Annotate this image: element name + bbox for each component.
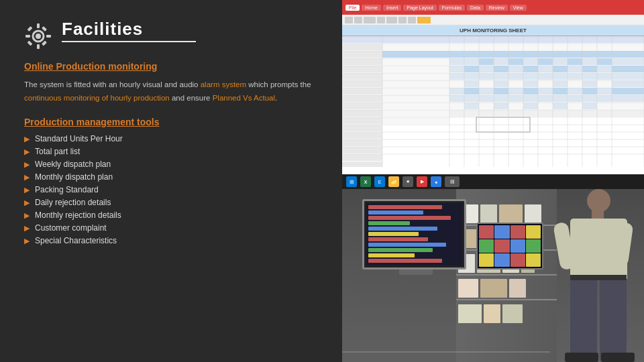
svg-rect-104 — [568, 103, 582, 109]
svg-rect-21 — [530, 36, 545, 43]
ribbon-tab-page[interactable]: Page Layout — [403, 5, 436, 11]
ribbon-tab-home[interactable]: Home — [362, 5, 381, 11]
svg-rect-96 — [449, 103, 464, 109]
ribbon-tab-formulas[interactable]: Formulas — [439, 5, 465, 11]
taskbar-icon[interactable]: ★ — [402, 176, 413, 187]
svg-rect-82 — [494, 88, 508, 95]
svg-rect-92 — [382, 95, 449, 102]
svg-rect-86 — [553, 88, 568, 95]
toolbar-btn[interactable] — [354, 17, 362, 23]
svg-rect-9 — [42, 40, 47, 46]
ribbon-tab-data[interactable]: Data — [467, 5, 484, 11]
page-title: Facilities — [62, 19, 196, 53]
desc-text-end: . — [275, 94, 277, 102]
person-silhouette — [550, 189, 644, 362]
person-head — [587, 189, 610, 213]
svg-point-1 — [36, 34, 41, 39]
right-panel: File Home Insert Page Layout Formulas Da… — [342, 0, 644, 362]
tool-label: Special Characteristics — [35, 236, 117, 245]
shelf-item — [480, 204, 497, 223]
monitor-stand-base — [399, 269, 433, 275]
svg-rect-51 — [494, 66, 508, 72]
svg-rect-105 — [582, 103, 597, 109]
page-header: Facilities — [24, 19, 318, 53]
second-monitor-bezel — [476, 223, 543, 269]
svg-rect-107 — [342, 110, 382, 117]
bar-chart-row — [368, 243, 446, 247]
svg-rect-8 — [28, 40, 33, 46]
svg-rect-100 — [508, 103, 523, 109]
list-item: ▶ Packing Standard — [24, 185, 318, 194]
tool-label: Weekly dispatch plan — [35, 160, 111, 169]
list-item: ▶ Monthly dispatch plan — [24, 172, 318, 182]
svg-rect-102 — [538, 103, 553, 109]
svg-rect-43 — [582, 58, 597, 65]
svg-rect-70 — [523, 80, 538, 87]
factory-photo — [342, 189, 644, 362]
bar-chart-row — [368, 253, 415, 257]
person-left-shoe — [565, 353, 598, 362]
toolbar-btn[interactable] — [398, 17, 407, 23]
svg-rect-30 — [342, 51, 382, 58]
tool-label: Monthly dispatch plan — [35, 172, 113, 182]
monitor-screen-content — [366, 203, 462, 265]
taskbar-icon[interactable]: ● — [431, 176, 441, 187]
highlight-planned: Planned Vs Actual — [213, 94, 275, 102]
toolbar-btn[interactable] — [345, 17, 353, 23]
spreadsheet-mockup: File Home Insert Page Layout Formulas Da… — [342, 0, 644, 174]
svg-rect-108 — [382, 110, 449, 117]
svg-rect-95 — [382, 103, 449, 109]
bar-chart-row — [368, 221, 410, 225]
svg-rect-83 — [508, 88, 523, 95]
toolbar-btn[interactable] — [377, 17, 385, 23]
ribbon-tab-view[interactable]: View — [510, 5, 527, 11]
desc-text-3: and ensure — [170, 94, 213, 102]
list-item: ▶ Standard Units Per Hour — [24, 134, 318, 143]
title-text: Facilities — [62, 19, 196, 40]
left-panel: Facilities Online Production monitoring … — [0, 0, 342, 362]
arrow-icon: ▶ — [24, 147, 30, 156]
bar-chart-row — [368, 259, 442, 263]
ribbon-tab-review[interactable]: Review — [486, 5, 508, 11]
shelf-item — [480, 279, 507, 298]
tool-label: Total part list — [35, 147, 80, 156]
toolbar-btn[interactable] — [408, 17, 416, 23]
taskbar-folder[interactable]: 📁 — [388, 176, 399, 187]
taskbar-start[interactable]: ⊞ — [346, 176, 357, 187]
svg-rect-114 — [342, 132, 382, 139]
svg-rect-48 — [449, 66, 464, 72]
svg-rect-40 — [538, 58, 553, 65]
taskbar-excel[interactable]: X — [360, 176, 371, 187]
taskbar-browser[interactable]: E — [374, 176, 385, 187]
svg-rect-23 — [559, 36, 574, 43]
svg-rect-19 — [500, 36, 515, 43]
svg-rect-89 — [597, 88, 612, 95]
svg-rect-56 — [568, 66, 582, 72]
svg-rect-14 — [427, 36, 441, 43]
toolbar-btn[interactable] — [364, 17, 376, 23]
spreadsheet-svg — [342, 36, 644, 167]
toolbar-btn[interactable] — [417, 17, 431, 23]
taskbar-icon[interactable]: ▤ — [445, 176, 460, 187]
arrow-icon: ▶ — [24, 237, 30, 245]
svg-rect-87 — [568, 88, 582, 95]
svg-rect-36 — [479, 58, 494, 65]
taskbar-strip: ⊞ X E 📁 ★ ▶ ● ▤ — [342, 174, 644, 189]
svg-rect-29 — [382, 44, 644, 50]
ribbon-tab-insert[interactable]: Insert — [383, 5, 402, 11]
shelf-item — [458, 304, 482, 323]
toolbar-btn[interactable] — [386, 17, 397, 23]
ribbon-tab-file[interactable]: File — [345, 5, 360, 11]
tool-label: Daily rejection details — [35, 198, 111, 207]
person-right-leg — [600, 276, 627, 362]
arrow-icon: ▶ — [24, 186, 30, 194]
screen-cell — [494, 225, 509, 239]
taskbar-icon[interactable]: ▶ — [417, 176, 427, 187]
person-neck — [592, 210, 604, 219]
arrow-icon: ▶ — [24, 173, 30, 182]
highlight-alarm: alarm system — [201, 80, 246, 88]
svg-rect-67 — [479, 80, 494, 87]
title-underline — [62, 41, 196, 42]
svg-rect-52 — [508, 66, 523, 72]
svg-rect-69 — [508, 80, 523, 87]
